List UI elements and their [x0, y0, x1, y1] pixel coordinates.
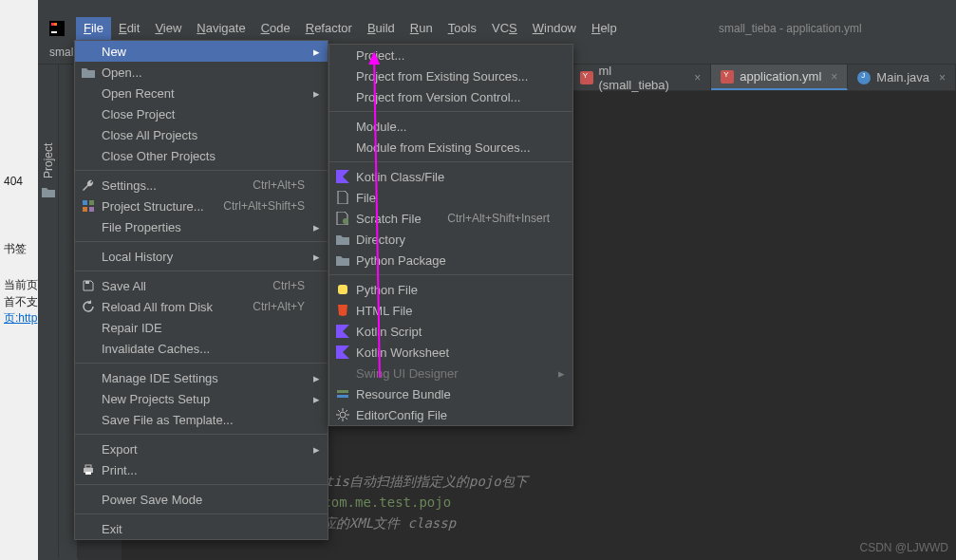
menu-item-python-file[interactable]: Python File [329, 279, 572, 300]
menu-item-label: New Projects Setup [102, 392, 210, 406]
menu-item-local-history[interactable]: Local History▸ [75, 246, 328, 267]
gear-icon [335, 407, 350, 422]
menu-item-exit[interactable]: Exit [75, 518, 328, 539]
menu-help[interactable]: Help [584, 17, 625, 40]
menu-window[interactable]: Window [525, 17, 584, 40]
menu-item-new[interactable]: New▸ [75, 41, 328, 62]
kotlin-icon [335, 345, 350, 360]
svg-rect-11 [85, 472, 91, 475]
menu-item-project[interactable]: Project... [329, 45, 572, 65]
menu-item-kotlin-class-file[interactable]: Kotlin Class/File [329, 166, 572, 187]
menu-item-save-file-as-template[interactable]: Save File as Template... [75, 409, 328, 430]
menu-item-html-file[interactable]: HTML File [329, 300, 572, 321]
menu-item-module[interactable]: Module... [329, 116, 572, 137]
menu-run[interactable]: Run [403, 17, 441, 40]
menu-item-new-projects-setup[interactable]: New Projects Setup▸ [75, 388, 328, 409]
menu-item-resource-bundle[interactable]: Resource Bundle [329, 383, 572, 404]
menu-item-power-save-mode[interactable]: Power Save Mode [75, 489, 328, 510]
menu-item-label: Project from Version Control... [356, 90, 520, 104]
crumb-root[interactable]: smal [49, 46, 73, 59]
file-menu-dropdown: New▸Open...Open Recent▸Close ProjectClos… [74, 40, 328, 540]
watermark: CSDN @LJWWD [859, 541, 948, 554]
menu-item-label: Open Recent [102, 86, 175, 101]
strip-text: 书签 [2, 237, 28, 261]
menu-item-project-structure[interactable]: Project Structure...Ctrl+Alt+Shift+S [75, 196, 328, 216]
menu-item-close-other-projects[interactable]: Close Other Projects [75, 145, 328, 166]
menu-item-label: Kotlin Worksheet [356, 345, 449, 360]
menu-item-label: Swing UI Designer [356, 366, 459, 381]
menu-item-directory[interactable]: Directory [329, 229, 572, 250]
menu-item-scratch-file[interactable]: Scratch FileCtrl+Alt+Shift+Insert [329, 208, 572, 229]
shortcut-label: Ctrl+Alt+Y [253, 300, 305, 313]
menu-build[interactable]: Build [360, 17, 403, 40]
close-icon[interactable]: × [694, 71, 701, 84]
yml-file-icon [721, 70, 734, 84]
svg-rect-8 [85, 281, 89, 284]
menu-item-label: File Properties [102, 220, 181, 234]
menu-item-close-project[interactable]: Close Project [75, 103, 328, 124]
structure-icon [81, 198, 96, 214]
svg-point-17 [340, 412, 346, 418]
ide-window: File Edit View Navigate Code Refactor Bu… [38, 17, 956, 560]
menu-item-save-all[interactable]: Save AllCtrl+S [75, 275, 328, 296]
close-icon[interactable]: × [939, 71, 946, 84]
menu-item-file-properties[interactable]: File Properties▸ [75, 216, 328, 237]
svg-rect-3 [54, 23, 57, 26]
menu-edit[interactable]: Edit [111, 17, 147, 40]
menu-item-editorconfig-file[interactable]: EditorConfig File [329, 404, 572, 425]
menu-item-reload-all-from-disk[interactable]: Reload All from DiskCtrl+Alt+Y [75, 296, 328, 317]
menu-item-repair-ide[interactable]: Repair IDE [75, 317, 328, 338]
folder-icon [335, 232, 350, 247]
menu-item-open[interactable]: Open... [75, 62, 328, 83]
project-tool-button[interactable]: Project [42, 143, 55, 178]
java-file-icon [857, 71, 871, 84]
editor-tab[interactable]: ml (small_tieba)× [571, 65, 712, 90]
menu-code[interactable]: Code [253, 17, 298, 40]
menu-item-settings[interactable]: Settings...Ctrl+Alt+S [75, 175, 328, 196]
menu-vcs[interactable]: VCS [484, 17, 525, 40]
menu-tools[interactable]: Tools [441, 17, 484, 40]
menu-item-kotlin-worksheet[interactable]: Kotlin Worksheet [329, 342, 572, 363]
chevron-right-icon: ▸ [558, 366, 565, 381]
menu-item-label: Manage IDE Settings [102, 371, 218, 385]
shortcut-label: Ctrl+Alt+Shift+S [223, 199, 305, 213]
svg-rect-7 [89, 207, 94, 212]
menu-item-label: EditorConfig File [356, 408, 447, 422]
menu-item-python-package[interactable]: Python Package [329, 250, 572, 271]
menu-item-label: Resource Bundle [356, 387, 451, 401]
menu-item-export[interactable]: Export▸ [75, 439, 328, 459]
menu-item-label: Python Package [356, 253, 446, 268]
menu-item-label: Reload All from Disk [102, 300, 213, 314]
menu-file[interactable]: File [76, 17, 111, 40]
chevron-right-icon: ▸ [313, 371, 320, 385]
editor-tab[interactable]: application.yml× [711, 65, 848, 90]
menu-item-module-from-existing-sources[interactable]: Module from Existing Sources... [329, 137, 572, 158]
menu-bar: File Edit View Navigate Code Refactor Bu… [38, 17, 956, 40]
menu-item-invalidate-caches[interactable]: Invalidate Caches... [75, 338, 328, 359]
menu-item-print[interactable]: Print... [75, 459, 328, 480]
menu-item-project-from-existing-sources[interactable]: Project from Existing Sources... [329, 65, 572, 86]
strip-link[interactable]: 页:http [2, 307, 39, 330]
menu-item-open-recent[interactable]: Open Recent▸ [75, 83, 328, 103]
menu-item-close-all-projects[interactable]: Close All Projects [75, 124, 328, 145]
menu-item-manage-ide-settings[interactable]: Manage IDE Settings▸ [75, 367, 328, 388]
menu-item-label: Project... [356, 48, 404, 63]
menu-item-label: Module... [356, 120, 406, 134]
close-icon[interactable]: × [831, 70, 837, 84]
menu-item-label: Local History [102, 250, 173, 264]
wrench-icon [81, 177, 96, 193]
menu-item-kotlin-script[interactable]: Kotlin Script [329, 321, 572, 342]
menu-item-label: Open... [102, 65, 142, 80]
menu-view[interactable]: View [147, 17, 189, 40]
menu-item-label: Project from Existing Sources... [356, 69, 528, 84]
menu-item-label: Export [102, 442, 138, 457]
menu-item-file[interactable]: File [329, 187, 572, 208]
editor-tab[interactable]: Main.java× [848, 65, 956, 90]
python-icon [335, 282, 350, 297]
chevron-right-icon: ▸ [313, 220, 320, 234]
menu-item-project-from-version-control[interactable]: Project from Version Control... [329, 86, 572, 107]
menu-navigate[interactable]: Navigate [189, 17, 253, 40]
svg-rect-5 [89, 200, 94, 205]
menu-refactor[interactable]: Refactor [298, 17, 360, 40]
bundle-icon [335, 386, 350, 401]
